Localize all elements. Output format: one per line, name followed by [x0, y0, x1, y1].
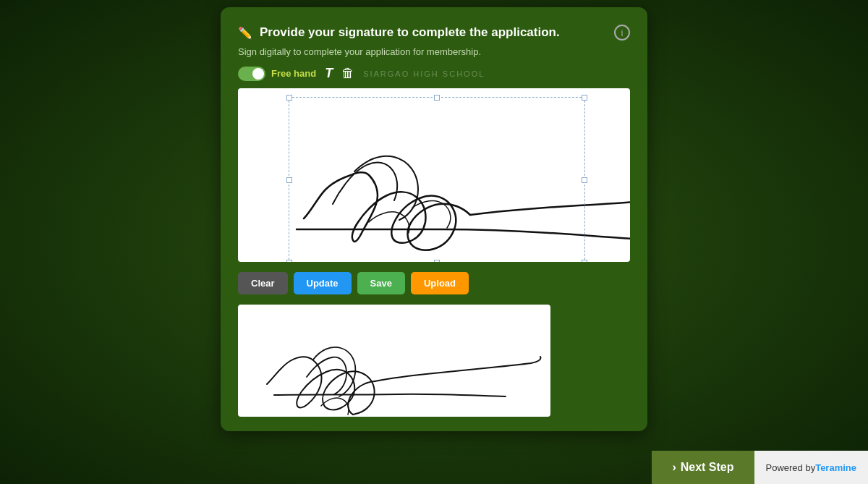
signature-drawing: [238, 88, 630, 262]
freehand-toggle-wrap: Free hand: [238, 67, 316, 81]
bottom-bar: › Next Step Powered by Teramine: [652, 451, 868, 484]
powered-by-prefix: Powered by: [766, 462, 816, 473]
signature-preview: [238, 305, 550, 417]
card-title: Provide your signature to complete the a…: [260, 25, 560, 40]
powered-by-brand: Teramine: [815, 462, 856, 473]
edit-icon: ✏️: [238, 26, 252, 40]
preview-drawing: [238, 305, 550, 417]
powered-by-badge: Powered by Teramine: [754, 451, 869, 484]
signature-canvas[interactable]: [238, 88, 630, 262]
card-subtitle: Sign digitally to complete your applicat…: [238, 46, 630, 57]
action-buttons: Clear Update Save Upload: [238, 272, 630, 294]
info-icon-button[interactable]: i: [614, 25, 630, 41]
save-button[interactable]: Save: [357, 272, 405, 294]
next-step-button[interactable]: › Next Step: [652, 451, 754, 484]
freehand-toggle[interactable]: [238, 67, 265, 81]
text-icon[interactable]: T: [325, 66, 333, 81]
next-step-arrow: ›: [672, 461, 676, 474]
clear-button[interactable]: Clear: [238, 272, 288, 294]
delete-icon[interactable]: 🗑: [341, 66, 354, 81]
toggle-knob: [252, 68, 264, 80]
freehand-label: Free hand: [271, 68, 316, 79]
upload-button[interactable]: Upload: [411, 272, 469, 294]
next-step-label: Next Step: [681, 461, 734, 474]
card-header: ✏️ Provide your signature to complete th…: [238, 25, 630, 41]
signature-toolbar: Free hand T 🗑 SIARGAO HIGH SCHOOL: [238, 66, 630, 81]
update-button[interactable]: Update: [294, 272, 352, 294]
signature-card: ✏️ Provide your signature to complete th…: [221, 7, 647, 431]
watermark-label: SIARGAO HIGH SCHOOL: [363, 69, 485, 78]
card-title-row: ✏️ Provide your signature to complete th…: [238, 25, 560, 40]
